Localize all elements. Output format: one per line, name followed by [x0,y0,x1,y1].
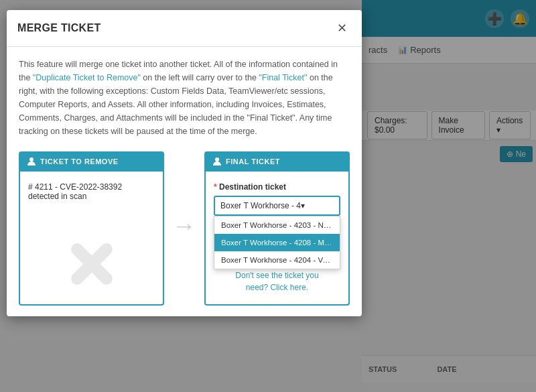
dropdown-options: Boxer T Workhorse - 4203 - No Video usin… [214,216,340,269]
modal-header: MERGE TICKET ✕ [7,10,362,47]
destination-select[interactable]: Boxer T Workhorse - 4▾ [214,196,340,216]
remove-ticket-id: # 4211 - CVE-2022-38392 detected in scan [28,182,155,201]
svg-point-0 [29,157,34,161]
dont-see-link[interactable]: Don't see the ticket you need? Click her… [214,269,340,293]
user-icon-final [212,157,222,166]
final-ticket-body: * Destination ticket Boxer T Workhorse -… [204,172,350,306]
final-ticket-panel: FINAL TICKET * Destination ticket Boxer … [204,151,350,306]
remove-ticket-body: # 4211 - CVE-2022-38392 detected in scan [19,172,164,306]
dropdown-option-4208[interactable]: Boxer T Workhorse - 4208 - Mitigate CVE-… [214,234,340,251]
merge-ticket-modal: MERGE TICKET ✕ This feature will merge o… [7,10,362,316]
dropdown-option-4204[interactable]: Boxer T Workhorse - 4204 - VoIP phones a… [214,251,340,269]
arrow-container: → [164,151,204,240]
remove-ticket-header: TICKET TO REMOVE [19,151,164,172]
ticket-panels: TICKET TO REMOVE # 4211 - CVE-2022-38392… [19,151,350,306]
final-ticket-header: FINAL TICKET [204,151,350,172]
dropdown-option-4203[interactable]: Boxer T Workhorse - 4203 - No Video usin… [214,216,340,234]
remove-ticket-panel: TICKET TO REMOVE # 4211 - CVE-2022-38392… [19,151,164,306]
destination-dropdown-container: Boxer T Workhorse - 4▾ Boxer T Workhorse… [214,196,340,216]
modal-body: This feature will merge one ticket into … [7,47,362,316]
destination-label: * Destination ticket [214,182,340,192]
merge-arrow-icon: → [172,212,196,240]
modal-title: MERGE TICKET [17,22,101,34]
modal-description: This feature will merge one ticket into … [19,58,350,138]
user-icon [27,157,36,166]
modal-close-button[interactable]: ✕ [333,19,351,37]
svg-point-1 [215,157,219,161]
x-mark [65,237,119,291]
